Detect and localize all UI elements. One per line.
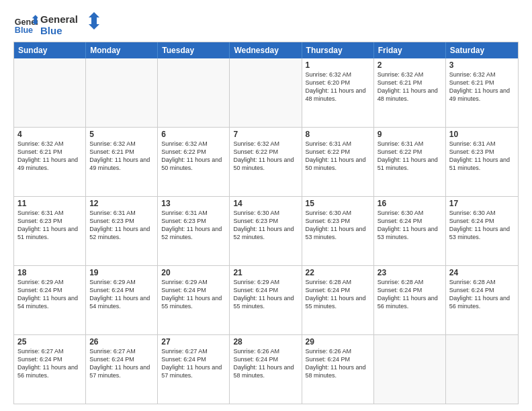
day-number: 8: [306, 130, 370, 139]
calendar-header-tuesday: Tuesday: [158, 42, 230, 58]
day-info: Sunrise: 6:30 AMSunset: 6:23 PMDaylight:…: [233, 209, 298, 242]
svg-text:Blue: Blue: [40, 25, 62, 36]
day-number: 13: [161, 199, 226, 208]
day-number: 1: [306, 60, 370, 70]
calendar-header-wednesday: Wednesday: [230, 42, 302, 58]
day-info: Sunrise: 6:31 AMSunset: 6:23 PMDaylight:…: [161, 209, 226, 242]
day-number: 4: [17, 130, 82, 139]
cal-cell-12: 12Sunrise: 6:31 AMSunset: 6:23 PMDayligh…: [86, 197, 158, 265]
cal-cell-4: 4Sunrise: 6:32 AMSunset: 6:21 PMDaylight…: [14, 128, 86, 196]
cal-cell-8: 8Sunrise: 6:31 AMSunset: 6:22 PMDaylight…: [302, 128, 374, 196]
day-number: 17: [449, 199, 515, 208]
day-info: Sunrise: 6:29 AMSunset: 6:24 PMDaylight:…: [89, 278, 154, 311]
day-info: Sunrise: 6:32 AMSunset: 6:21 PMDaylight:…: [17, 140, 82, 173]
day-info: Sunrise: 6:31 AMSunset: 6:22 PMDaylight:…: [378, 140, 442, 173]
calendar-row-1: 1Sunrise: 6:32 AMSunset: 6:20 PMDaylight…: [14, 58, 518, 127]
calendar-body: 1Sunrise: 6:32 AMSunset: 6:20 PMDaylight…: [14, 58, 518, 404]
page: General Blue General Blue SundayMondayTu…: [0, 0, 532, 411]
cal-cell-empty-4-5: [374, 335, 446, 404]
cal-cell-27: 27Sunrise: 6:27 AMSunset: 6:24 PMDayligh…: [158, 335, 230, 404]
cal-cell-7: 7Sunrise: 6:32 AMSunset: 6:22 PMDaylight…: [230, 128, 302, 196]
cal-cell-18: 18Sunrise: 6:29 AMSunset: 6:24 PMDayligh…: [14, 266, 86, 334]
day-info: Sunrise: 6:27 AMSunset: 6:24 PMDaylight:…: [89, 347, 154, 380]
day-number: 21: [233, 268, 298, 277]
day-number: 5: [89, 130, 154, 139]
day-number: 10: [449, 130, 515, 139]
cal-cell-21: 21Sunrise: 6:29 AMSunset: 6:24 PMDayligh…: [230, 266, 302, 334]
day-info: Sunrise: 6:31 AMSunset: 6:23 PMDaylight:…: [17, 209, 82, 242]
cal-cell-empty-0-1: [86, 58, 158, 127]
day-info: Sunrise: 6:32 AMSunset: 6:22 PMDaylight:…: [233, 140, 298, 173]
cal-cell-24: 24Sunrise: 6:28 AMSunset: 6:24 PMDayligh…: [446, 266, 518, 334]
calendar: SundayMondayTuesdayWednesdayThursdayFrid…: [13, 42, 519, 404]
cal-cell-20: 20Sunrise: 6:29 AMSunset: 6:24 PMDayligh…: [158, 266, 230, 334]
calendar-row-5: 25Sunrise: 6:27 AMSunset: 6:24 PMDayligh…: [14, 334, 518, 404]
calendar-row-2: 4Sunrise: 6:32 AMSunset: 6:21 PMDaylight…: [14, 127, 518, 196]
day-info: Sunrise: 6:31 AMSunset: 6:22 PMDaylight:…: [306, 140, 370, 173]
cal-cell-13: 13Sunrise: 6:31 AMSunset: 6:23 PMDayligh…: [158, 197, 230, 265]
cal-cell-empty-4-6: [446, 335, 518, 404]
calendar-header-sunday: Sunday: [14, 42, 86, 58]
calendar-header-thursday: Thursday: [302, 42, 374, 58]
cal-cell-23: 23Sunrise: 6:28 AMSunset: 6:24 PMDayligh…: [374, 266, 446, 334]
day-number: 11: [17, 199, 82, 208]
day-number: 7: [233, 130, 298, 139]
cal-cell-25: 25Sunrise: 6:27 AMSunset: 6:24 PMDayligh…: [14, 335, 86, 404]
day-number: 29: [306, 337, 370, 347]
day-info: Sunrise: 6:27 AMSunset: 6:24 PMDaylight:…: [17, 347, 82, 380]
calendar-row-3: 11Sunrise: 6:31 AMSunset: 6:23 PMDayligh…: [14, 196, 518, 265]
day-number: 16: [378, 199, 442, 208]
day-info: Sunrise: 6:27 AMSunset: 6:24 PMDaylight:…: [161, 347, 226, 380]
day-info: Sunrise: 6:32 AMSunset: 6:21 PMDaylight:…: [449, 71, 515, 103]
cal-cell-11: 11Sunrise: 6:31 AMSunset: 6:23 PMDayligh…: [14, 197, 86, 265]
day-number: 2: [378, 60, 442, 70]
cal-cell-5: 5Sunrise: 6:32 AMSunset: 6:21 PMDaylight…: [86, 128, 158, 196]
cal-cell-26: 26Sunrise: 6:27 AMSunset: 6:24 PMDayligh…: [86, 335, 158, 404]
day-number: 14: [233, 199, 298, 208]
day-info: Sunrise: 6:32 AMSunset: 6:21 PMDaylight:…: [89, 140, 154, 173]
cal-cell-19: 19Sunrise: 6:29 AMSunset: 6:24 PMDayligh…: [86, 266, 158, 334]
day-number: 3: [449, 60, 515, 70]
cal-cell-6: 6Sunrise: 6:32 AMSunset: 6:22 PMDaylight…: [158, 128, 230, 196]
cal-cell-16: 16Sunrise: 6:30 AMSunset: 6:24 PMDayligh…: [374, 197, 446, 265]
cal-cell-empty-0-2: [158, 58, 230, 127]
day-info: Sunrise: 6:30 AMSunset: 6:24 PMDaylight:…: [378, 209, 442, 242]
svg-marker-5: [89, 12, 99, 30]
cal-cell-28: 28Sunrise: 6:26 AMSunset: 6:24 PMDayligh…: [230, 335, 302, 404]
day-number: 26: [89, 337, 154, 347]
day-info: Sunrise: 6:32 AMSunset: 6:22 PMDaylight:…: [161, 140, 226, 173]
cal-cell-1: 1Sunrise: 6:32 AMSunset: 6:20 PMDaylight…: [302, 58, 374, 127]
header: General Blue General Blue: [13, 11, 519, 36]
svg-text:Blue: Blue: [15, 26, 33, 35]
logo: General Blue General Blue: [13, 11, 101, 36]
day-info: Sunrise: 6:29 AMSunset: 6:24 PMDaylight:…: [17, 278, 82, 311]
cal-cell-15: 15Sunrise: 6:30 AMSunset: 6:23 PMDayligh…: [302, 197, 374, 265]
day-info: Sunrise: 6:32 AMSunset: 6:20 PMDaylight:…: [306, 71, 370, 103]
day-info: Sunrise: 6:28 AMSunset: 6:24 PMDaylight:…: [378, 278, 442, 311]
cal-cell-29: 29Sunrise: 6:26 AMSunset: 6:24 PMDayligh…: [302, 335, 374, 404]
cal-cell-22: 22Sunrise: 6:28 AMSunset: 6:24 PMDayligh…: [302, 266, 374, 334]
cal-cell-3: 3Sunrise: 6:32 AMSunset: 6:21 PMDaylight…: [446, 58, 518, 127]
day-info: Sunrise: 6:28 AMSunset: 6:24 PMDaylight:…: [306, 278, 370, 311]
day-info: Sunrise: 6:30 AMSunset: 6:23 PMDaylight:…: [306, 209, 370, 242]
calendar-header: SundayMondayTuesdayWednesdayThursdayFrid…: [14, 42, 518, 58]
day-info: Sunrise: 6:32 AMSunset: 6:21 PMDaylight:…: [378, 71, 442, 103]
day-number: 18: [17, 268, 82, 277]
cal-cell-14: 14Sunrise: 6:30 AMSunset: 6:23 PMDayligh…: [230, 197, 302, 265]
day-number: 23: [378, 268, 442, 277]
logo-text: General Blue: [40, 11, 101, 36]
day-number: 15: [306, 199, 370, 208]
day-info: Sunrise: 6:30 AMSunset: 6:24 PMDaylight:…: [449, 209, 515, 242]
day-info: Sunrise: 6:26 AMSunset: 6:24 PMDaylight:…: [233, 347, 298, 380]
day-number: 25: [17, 337, 82, 347]
day-info: Sunrise: 6:29 AMSunset: 6:24 PMDaylight:…: [161, 278, 226, 311]
cal-cell-2: 2Sunrise: 6:32 AMSunset: 6:21 PMDaylight…: [374, 58, 446, 127]
calendar-header-saturday: Saturday: [446, 42, 518, 58]
cal-cell-17: 17Sunrise: 6:30 AMSunset: 6:24 PMDayligh…: [446, 197, 518, 265]
day-number: 22: [306, 268, 370, 277]
day-info: Sunrise: 6:31 AMSunset: 6:23 PMDaylight:…: [449, 140, 515, 173]
day-number: 20: [161, 268, 226, 277]
day-number: 9: [378, 130, 442, 139]
cal-cell-9: 9Sunrise: 6:31 AMSunset: 6:22 PMDaylight…: [374, 128, 446, 196]
cal-cell-empty-0-0: [14, 58, 86, 127]
